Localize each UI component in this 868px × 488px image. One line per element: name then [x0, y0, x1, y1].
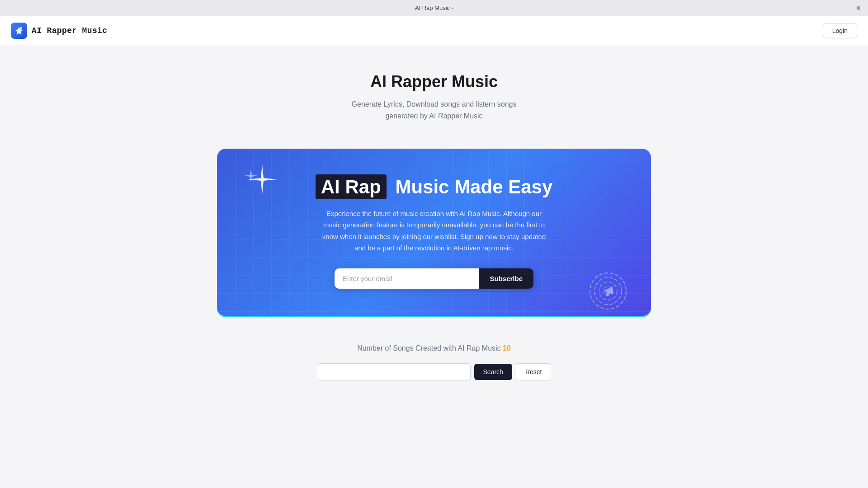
hero-title: AI Rapper Music: [9, 72, 859, 91]
blue-card: AI Rap Music Made Easy Experience the fu…: [217, 149, 651, 317]
card-content: AI Rap Music Made Easy Experience the fu…: [253, 176, 615, 288]
card-headline: AI Rap Music Made Easy: [253, 176, 615, 198]
hero-section: AI Rapper Music Generate Lyrics, Downloa…: [9, 72, 859, 122]
songs-section: Number of Songs Created with AI Rap Musi…: [217, 344, 651, 380]
songs-count-prefix: Number of Songs Created with AI Rap Musi…: [357, 344, 500, 352]
reset-button[interactable]: Reset: [516, 363, 552, 380]
songs-count-number: 10: [503, 344, 511, 352]
search-bar-container: Search Reset: [217, 363, 651, 380]
email-input[interactable]: [335, 268, 479, 289]
subscribe-button[interactable]: Subscribe: [479, 268, 533, 289]
login-button[interactable]: Login: [823, 23, 857, 38]
browser-close-button[interactable]: ×: [856, 4, 861, 12]
hero-subtitle: Generate Lyrics, Download songs and list…: [321, 99, 547, 122]
app-name: AI Rapper Music: [32, 26, 107, 35]
logo-icon: [11, 23, 27, 39]
search-input[interactable]: [317, 363, 471, 380]
browser-title: AI Rap Music ·: [415, 5, 453, 11]
search-button[interactable]: Search: [474, 364, 512, 380]
songs-count: Number of Songs Created with AI Rap Musi…: [217, 344, 651, 352]
hero-subtitle-line1: Generate Lyrics, Download songs and list…: [352, 100, 517, 108]
hero-subtitle-line2: generated by AI Rapper Music: [385, 112, 482, 120]
browser-chrome: AI Rap Music · ×: [0, 0, 868, 16]
svg-point-0: [19, 27, 22, 30]
email-form: Subscribe: [335, 268, 533, 289]
card-description: Experience the future of music creation …: [321, 208, 547, 254]
headline-highlight: AI Rap: [316, 174, 387, 199]
app-header: AI Rapper Music Login: [0, 16, 868, 45]
main-content: AI Rapper Music Generate Lyrics, Downloa…: [0, 45, 868, 399]
app-logo: AI Rapper Music: [11, 23, 107, 39]
headline-rest: Music Made Easy: [395, 176, 552, 197]
